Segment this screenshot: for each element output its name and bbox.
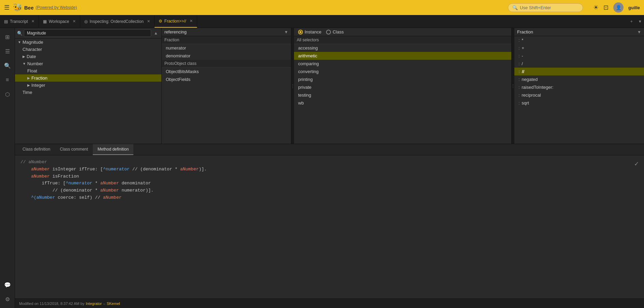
tree-label-magnitude: Magnitude xyxy=(23,40,43,45)
method-reciprocal[interactable]: : reciprocal xyxy=(514,91,644,99)
panel-classes-search-icon: 🔍 xyxy=(17,31,23,36)
tabs-add-button[interactable]: + xyxy=(627,15,636,28)
selector-accessing[interactable]: accessing xyxy=(294,44,511,52)
tree-item-character[interactable]: Character xyxy=(15,46,161,53)
tree-item-date[interactable]: ▶ Date xyxy=(15,53,161,60)
search-input[interactable] xyxy=(520,5,574,10)
class-panel-chevron-up[interactable]: ▲ xyxy=(152,30,159,36)
panel-selectors: Instance Class All selectors accessing a… xyxy=(294,28,512,144)
code-tab-method-definition[interactable]: Method definition xyxy=(93,144,133,155)
method-add[interactable]: : + xyxy=(514,44,644,52)
code-line-5: // (denominator * aNumber numerator)]. xyxy=(20,187,639,194)
method-multiply[interactable]: : * xyxy=(514,36,644,44)
powered-by-label[interactable]: (Powered by Webside) xyxy=(36,5,77,10)
code-tab-class-definition[interactable]: Class definition xyxy=(18,144,55,155)
tree-arrow-fraction: ▶ xyxy=(27,76,30,80)
tree-item-time[interactable]: Time xyxy=(15,89,161,96)
selector-wb[interactable]: wb xyxy=(294,99,511,107)
tab-workspace[interactable]: ▦ Workspace ✕ xyxy=(39,15,80,28)
tab-inspecting-close[interactable]: ✕ xyxy=(147,19,150,24)
tree-label-time: Time xyxy=(23,90,32,95)
tab-workspace-close[interactable]: ✕ xyxy=(73,19,76,24)
code-editor[interactable]: ✓ // aNumber aNumber isInteger ifTrue: [… xyxy=(15,155,644,298)
bee-logo-icon: 🐝 xyxy=(13,3,22,12)
statusbar-skernel[interactable]: SKernel xyxy=(107,302,120,306)
methods-dropdown-arrow[interactable]: ▼ xyxy=(637,30,641,34)
tab-inspecting-icon: ◎ xyxy=(84,19,88,24)
selector-converting[interactable]: converting xyxy=(294,68,511,75)
referencing-item-numerator[interactable]: numerator xyxy=(162,44,291,52)
sidebar-icon-nodes[interactable]: ⬡ xyxy=(1,88,14,100)
tree-item-fraction[interactable]: ▶ Fraction xyxy=(15,74,161,82)
statusbar-separator: – xyxy=(103,302,105,306)
method-integer-divide[interactable]: : // xyxy=(514,68,644,75)
tab-inspecting[interactable]: ◎ Inspecting: OrderedCollection ✕ xyxy=(80,15,155,28)
instance-class-radio: Instance Class xyxy=(294,28,511,36)
resize-handle-2[interactable] xyxy=(512,28,514,144)
referencing-dropdown[interactable]: referencing ▼ xyxy=(162,28,291,36)
referencing-item-denominator[interactable]: denominator xyxy=(162,52,291,60)
radio-class[interactable]: Class xyxy=(326,29,344,34)
method-negated[interactable]: : negated xyxy=(514,75,644,83)
tab-transcript-close[interactable]: ✕ xyxy=(31,19,34,24)
bottom-area: Class definition Class comment Method de… xyxy=(15,144,644,298)
tree-item-float[interactable]: Float xyxy=(15,67,161,74)
tree-item-magnitude[interactable]: ▼ Magnitude xyxy=(15,39,161,46)
tree-arrow-number: ▼ xyxy=(23,62,26,66)
referencing-section-protoobject: ProtoObject class xyxy=(162,60,291,68)
sidebar-icon-settings[interactable]: ⚙ xyxy=(1,293,14,305)
referencing-dropdown-label: referencing xyxy=(164,29,283,34)
tree-label-character: Character xyxy=(23,47,42,52)
tabs-bar: ▤ Transcript ✕ ▦ Workspace ✕ ◎ Inspectin… xyxy=(0,15,644,28)
topbar-right: ☀ ⊡ 👤 guille xyxy=(593,2,640,13)
selector-printing[interactable]: printing xyxy=(294,75,511,83)
selector-comparing[interactable]: comparing xyxy=(294,60,511,68)
code-line-6: ^(aNumber coerce: self) // aNumber xyxy=(20,194,639,201)
resize-handle-1[interactable] xyxy=(291,28,294,144)
methods-dropdown-label: Fraction xyxy=(517,29,636,34)
code-check-icon: ✓ xyxy=(634,159,639,170)
tree-item-number[interactable]: ▼ Number xyxy=(15,60,161,67)
tab-fraction[interactable]: ⚙ Fraction>>// ✕ xyxy=(155,15,197,28)
sun-icon[interactable]: ☀ xyxy=(593,4,599,11)
referencing-item-objectbitsmasks[interactable]: ObjectBitsMasks xyxy=(162,68,291,75)
sidebar-icon-list[interactable]: ≡ xyxy=(1,74,14,86)
tree-label-float: Float xyxy=(27,68,37,73)
method-divide[interactable]: : / xyxy=(514,60,644,68)
tree-label-fraction: Fraction xyxy=(31,75,47,81)
tree-arrow-integer: ▶ xyxy=(27,83,30,87)
sidebar-icon-dashboard[interactable]: ⊞ xyxy=(1,31,14,43)
class-search-input[interactable] xyxy=(24,29,151,37)
tab-workspace-icon: ▦ xyxy=(43,19,47,24)
method-raised-to-integer[interactable]: : raisedToInteger: xyxy=(514,83,644,91)
referencing-item-objectfields[interactable]: ObjectFields xyxy=(162,75,291,83)
avatar[interactable]: 👤 xyxy=(613,2,624,13)
selector-arithmetic[interactable]: arithmetic xyxy=(294,52,511,60)
sidebar-icon-browser[interactable]: ☰ xyxy=(1,45,14,57)
statusbar-integrator[interactable]: Integrator xyxy=(86,302,102,306)
tree-label-integer: Integer xyxy=(31,83,45,88)
tree-label-date: Date xyxy=(27,54,36,59)
selector-testing[interactable]: testing xyxy=(294,91,511,99)
tab-fraction-close[interactable]: ✕ xyxy=(190,19,193,23)
radio-class-circle xyxy=(326,30,331,34)
sidebar-icon-search[interactable]: 🔍 xyxy=(1,59,14,72)
code-tab-class-comment[interactable]: Class comment xyxy=(55,144,93,155)
layout-icon[interactable]: ⊡ xyxy=(603,4,609,11)
radio-instance[interactable]: Instance xyxy=(298,29,321,34)
sidebar-icon-chat[interactable]: 💬 xyxy=(1,279,14,291)
tabs-overflow-chevron[interactable]: ▾ xyxy=(636,15,644,28)
tab-transcript[interactable]: ▤ Transcript ✕ xyxy=(0,15,39,28)
statusbar-text: Modified on 11/13/2018, 8:37:42 AM by xyxy=(19,302,84,306)
method-subtract[interactable]: : - xyxy=(514,52,644,60)
radio-class-label: Class xyxy=(333,29,344,34)
tree-item-integer[interactable]: ▶ Integer xyxy=(15,82,161,89)
global-search[interactable]: 🔍 xyxy=(508,3,583,12)
app-name: Bee xyxy=(24,5,34,11)
selector-private[interactable]: private xyxy=(294,83,511,91)
code-line-3: aNumber isFraction xyxy=(20,173,639,180)
referencing-dropdown-arrow: ▼ xyxy=(284,30,288,34)
method-sqrt[interactable]: : sqrt xyxy=(514,99,644,107)
menu-icon[interactable]: ☰ xyxy=(4,4,10,11)
radio-instance-label: Instance xyxy=(305,29,321,34)
